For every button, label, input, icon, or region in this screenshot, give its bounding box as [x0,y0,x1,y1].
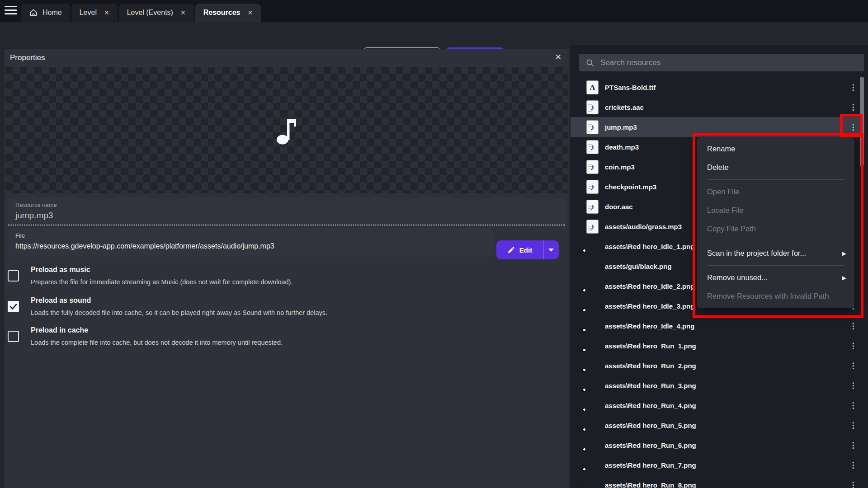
audio-file-icon: ♪ [586,200,599,214]
tab-bar: HomeLevel✕Level (Events)✕Resources✕ [0,0,868,22]
hamburger-menu-icon[interactable] [5,6,17,16]
audio-file-icon: ♪ [586,120,599,134]
preload-label: Preload as music [31,266,90,274]
menu-divider [708,241,844,241]
scrollbar-thumb[interactable] [860,77,864,166]
file-field[interactable]: File https://resources.gdevelop-app.com/… [8,228,493,257]
kebab-menu-icon[interactable]: ⋮ [846,421,860,430]
menu-item-delete[interactable]: Delete [697,158,854,177]
preload-checkbox[interactable] [8,331,19,342]
resource-row[interactable]: assets\Red hero_Run_4.png⋮ [571,395,864,415]
resource-row[interactable]: assets\Red hero_Run_6.png⋮ [571,435,864,455]
audio-file-icon: ♪ [586,120,599,134]
search-placeholder: Search resources [600,58,660,67]
preload-label: Preload as sound [31,296,91,305]
preload-description: Prepares the file for immediate streamin… [31,278,292,286]
properties-title: Properties [10,53,45,62]
resource-row[interactable]: assets\Red hero_Run_3.png⋮ [571,375,864,395]
kebab-menu-icon[interactable]: ⋮ [846,83,860,92]
resource-row[interactable]: ♪jump.mp3⋮ [571,117,864,137]
audio-file-icon: ♪ [586,180,599,194]
audio-file-icon: ♪ [586,160,599,174]
audio-file-icon: ♪ [586,200,599,214]
kebab-menu-icon[interactable]: ⋮ [846,460,860,470]
menu-item-label: Copy File Path [707,225,756,233]
resource-name: death.mp3 [605,143,639,151]
check-icon [9,302,18,311]
preload-checkbox[interactable] [8,270,19,282]
resource-context-menu: RenameDeleteOpen FileLocate FileCopy Fil… [697,137,854,308]
tab-level[interactable]: Level✕ [71,4,118,22]
edit-button[interactable]: Edit [496,240,543,259]
audio-file-icon: ♪ [586,220,599,234]
resource-name: assets\Red hero_Run_1.png [605,342,696,350]
menu-item-label: Scan in the project folder for... [707,249,806,258]
tab-level-events-[interactable]: Level (Events)✕ [119,4,194,22]
tab-label: Level [80,9,97,17]
tab-resources[interactable]: Resources✕ [195,4,261,22]
resource-row[interactable]: assets\Red hero_Run_2.png⋮ [571,356,864,375]
tab-label: Resources [203,9,241,17]
menu-item-open-file: Open File [697,183,854,201]
kebab-menu-icon[interactable]: ⋮ [846,321,860,331]
audio-preview-area [5,67,568,193]
menu-item-copy-file-path: Copy File Path [697,220,854,238]
resource-row[interactable]: assets\Red hero_Idle_4.png⋮ [571,316,864,336]
submenu-arrow-icon: ▶ [842,275,846,281]
kebab-menu-icon[interactable]: ⋮ [846,441,860,450]
resource-row[interactable]: APTSans-Bold.ttf⋮ [571,77,864,97]
home-icon [29,8,38,17]
close-icon[interactable]: ✕ [248,9,253,16]
menu-item-scan-in-the-project-folder-for[interactable]: Scan in the project folder for...▶ [697,244,854,263]
kebab-menu-icon[interactable]: ⋮ [846,122,860,132]
tab-home[interactable]: Home [21,4,70,22]
search-input[interactable]: Search resources [579,54,864,71]
resource-row[interactable]: assets\Red hero_Run_8.png⋮ [571,475,864,488]
menu-item-rename[interactable]: Rename [697,140,854,158]
resource-row[interactable]: assets\Red hero_Run_5.png⋮ [571,415,864,435]
menu-divider [708,179,844,180]
resource-row[interactable]: assets\Red hero_Run_7.png⋮ [571,455,864,475]
tab-label: Home [42,9,62,17]
kebab-menu-icon[interactable]: ⋮ [846,341,860,351]
resource-name: assets\Red hero_Run_2.png [605,362,696,370]
staff-lines [588,104,592,112]
resource-name: assets\Red hero_Idle_4.png [605,322,694,330]
resource-name: assets/gui/black.png [605,263,672,270]
menu-item-label: Open File [707,188,740,196]
resource-name: assets\Red hero_Idle_2.png [605,282,694,290]
preload-checkbox[interactable] [8,301,19,312]
resource-name-field[interactable]: Resource name jump.mp3 [8,197,565,225]
staff-lines [588,224,592,231]
edit-label: Edit [519,246,532,254]
staff-lines [588,124,592,131]
font-file-icon: A [586,80,599,94]
kebab-menu-icon[interactable]: ⋮ [846,480,860,488]
resource-row[interactable]: assets\Red hero_Run_1.png⋮ [571,336,864,356]
audio-file-icon: ♪ [586,100,599,114]
resource-name: crickets.aac [605,103,644,111]
audio-file-icon: ♪ [586,220,599,234]
preload-label: Preload in cache [31,326,88,334]
close-icon[interactable]: ✕ [104,9,109,16]
kebab-menu-icon[interactable]: ⋮ [846,361,860,371]
edit-dropdown-button[interactable] [543,240,559,259]
resource-name: door.aac [605,203,633,211]
staff-lines [588,204,592,211]
audio-file-icon: ♪ [586,140,599,154]
kebab-menu-icon[interactable]: ⋮ [846,103,860,112]
font-letter: A [590,84,595,91]
file-label: File [15,232,25,239]
resource-row[interactable]: ♪crickets.aac⋮ [571,97,864,117]
menu-item-label: Locate File [707,206,744,215]
music-note-icon [276,115,297,145]
kebab-menu-icon[interactable]: ⋮ [846,381,860,390]
preload-description: Loads the fully decoded file into cache,… [31,309,327,316]
search-icon [585,58,594,67]
close-icon[interactable]: ✕ [180,9,186,16]
kebab-menu-icon[interactable]: ⋮ [846,401,860,410]
resource-name: assets\Red hero_Idle_1.png [605,243,694,250]
resource-name: assets\Red hero_Run_7.png [605,461,696,469]
menu-item-remove-unused[interactable]: Remove unused...▶ [697,268,854,287]
close-icon[interactable]: ✕ [555,52,561,62]
